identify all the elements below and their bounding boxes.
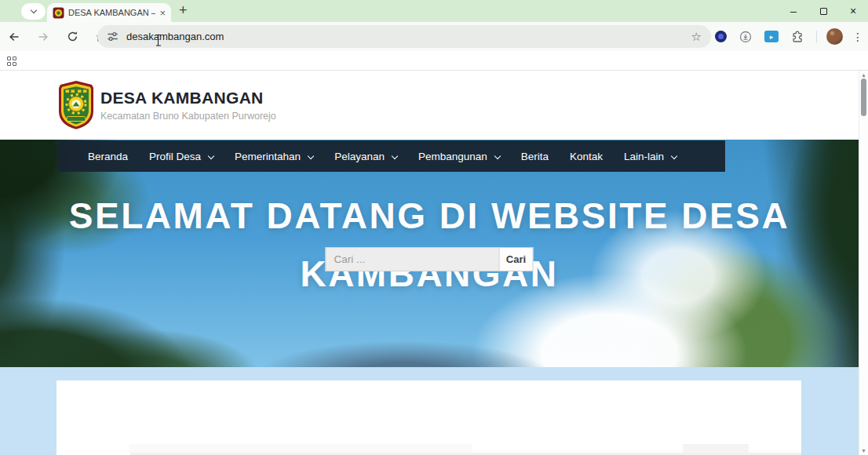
scroll-down-icon[interactable]: ▼ (859, 448, 868, 453)
nav-item-profil-desa[interactable]: Profil Desa (149, 151, 213, 162)
content-section (0, 367, 859, 455)
restore-icon (820, 8, 827, 15)
bookmark-star-icon[interactable]: ☆ (691, 30, 702, 44)
hero-banner: Beranda Profil Desa Pemerintahan Pelayan… (0, 140, 859, 367)
browser-tab[interactable]: DESA KAMBANGAN – Kecamat × (47, 3, 171, 22)
restore-button[interactable] (808, 5, 838, 17)
site-header: DESA KAMBANGAN Kecamatan Bruno Kabupaten… (0, 71, 859, 140)
side-panel-icon[interactable]: ▸ (764, 31, 779, 42)
tab-title: DESA KAMBANGAN – Kecamat (68, 8, 155, 17)
download-icon (739, 31, 752, 43)
scroll-up-icon[interactable]: ▲ (859, 72, 868, 78)
text-cursor (155, 35, 162, 46)
extension-badge-icon[interactable] (715, 31, 727, 42)
site-favicon (53, 7, 64, 19)
tab-close-icon[interactable]: × (159, 8, 166, 18)
tab-search-button[interactable] (21, 3, 46, 20)
apps-grid-icon[interactable] (7, 56, 16, 66)
nav-item-pembangunan[interactable]: Pembangunan (418, 151, 500, 162)
village-emblem-logo (57, 80, 96, 130)
chevron-down-icon (494, 153, 501, 159)
reload-button[interactable] (63, 27, 82, 46)
chevron-down-icon (671, 153, 677, 159)
nav-item-kontak[interactable]: Kontak (570, 151, 603, 162)
scrollbar-thumb[interactable] (861, 78, 866, 116)
address-bar[interactable]: desakambangan.com ☆ (97, 25, 711, 48)
close-window-button[interactable]: × (838, 5, 868, 17)
site-subtitle: Kecamatan Bruno Kabupaten Purworejo (100, 111, 276, 122)
nav-item-beranda[interactable]: Beranda (88, 151, 128, 162)
download-status-button[interactable] (736, 27, 755, 46)
main-navigation: Beranda Profil Desa Pemerintahan Pelayan… (58, 140, 725, 172)
nav-item-pelayanan[interactable]: Pelayanan (334, 151, 397, 162)
extensions-button[interactable] (788, 27, 807, 46)
site-title: DESA KAMBANGAN (100, 89, 264, 107)
search-input[interactable] (326, 247, 500, 271)
profile-avatar[interactable] (826, 28, 843, 45)
back-arrow-icon (8, 31, 20, 43)
new-tab-button[interactable]: + (179, 2, 188, 19)
tab-strip: DESA KAMBANGAN – Kecamat × + – × (0, 0, 868, 22)
page-scrollbar[interactable]: ▲ ▼ (859, 71, 868, 455)
back-button[interactable] (5, 27, 24, 46)
minimize-button[interactable]: – (779, 5, 808, 17)
content-card (57, 380, 801, 455)
search-button[interactable]: Cari (500, 247, 534, 271)
url-text[interactable]: desakambangan.com (126, 31, 224, 42)
nav-item-berita[interactable]: Berita (521, 151, 549, 162)
chevron-down-icon (208, 153, 214, 159)
nav-item-pemerintahan[interactable]: Pemerintahan (235, 151, 313, 162)
forward-arrow-icon (37, 31, 49, 43)
browser-menu-icon[interactable]: ⋮ (852, 31, 863, 43)
nav-item-lain-lain[interactable]: Lain-lain (624, 151, 677, 162)
site-settings-icon (107, 31, 119, 42)
reload-icon (67, 31, 78, 42)
content-placeholder (129, 444, 472, 453)
toolbar-divider (816, 31, 817, 43)
chevron-down-icon (30, 7, 36, 13)
content-placeholder (683, 444, 749, 453)
bookmarks-bar (0, 51, 868, 71)
hero-search-form: Cari (326, 247, 534, 271)
hero-heading-line1: SELAMAT DATANG DI WEBSITE DESA (0, 195, 859, 237)
puzzle-icon (791, 31, 804, 43)
chevron-down-icon (392, 153, 398, 159)
forward-button[interactable] (34, 27, 53, 46)
chevron-down-icon (308, 153, 314, 159)
browser-toolbar: desakambangan.com ☆ ▸ ⋮ (0, 22, 868, 51)
webpage: DESA KAMBANGAN Kecamatan Bruno Kabupaten… (0, 71, 859, 455)
